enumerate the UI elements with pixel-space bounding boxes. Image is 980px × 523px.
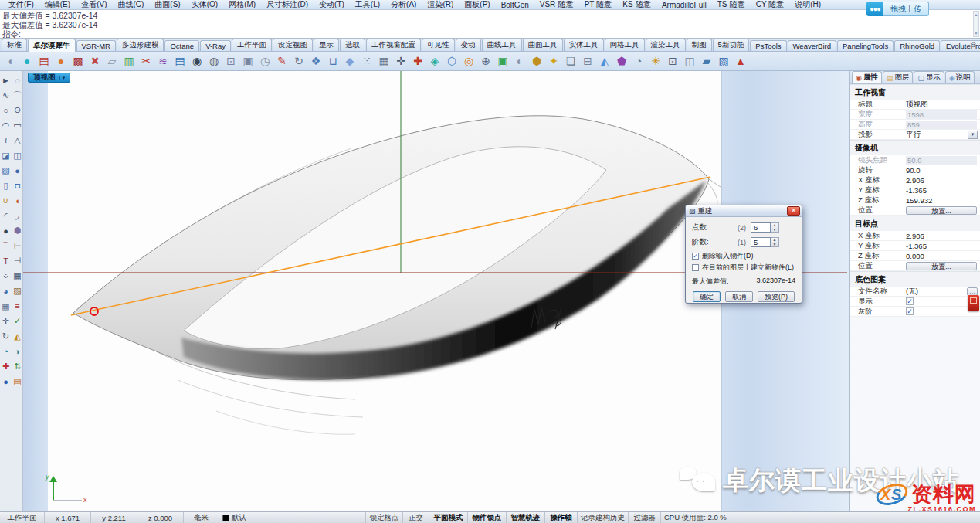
command-scrollbar[interactable]: ▲▼: [973, 11, 979, 37]
menu-vsr[interactable]: VSR-随意: [534, 0, 579, 10]
prop-camera-y-row[interactable]: Y 座标 -1.365: [850, 185, 980, 195]
status-ortho[interactable]: 正交: [403, 512, 429, 523]
point-count-input[interactable]: 6: [751, 222, 771, 233]
extrude-swirl-icon[interactable]: ◖: [2, 53, 19, 70]
minus-box-icon[interactable]: ⊟: [579, 53, 596, 70]
cancel-button[interactable]: 取消: [725, 291, 753, 302]
gumball-icon[interactable]: ❖: [307, 53, 324, 70]
viewport-title-tab[interactable]: 顶视图 ▼: [28, 73, 70, 83]
chevron-down-icon[interactable]: ▼: [968, 131, 978, 139]
ok-button[interactable]: 确定: [693, 291, 721, 302]
grayscale-checkbox[interactable]: [906, 307, 914, 315]
status-filter[interactable]: 过滤器: [629, 512, 661, 523]
rotate-icon[interactable]: ↻: [0, 329, 12, 345]
tab-pstools[interactable]: PsTools: [750, 40, 786, 51]
notebook-icon[interactable]: ▤: [171, 53, 188, 70]
rotate-view-icon[interactable]: ↻: [290, 53, 307, 70]
shade-icon[interactable]: ▨: [12, 284, 23, 299]
red-flag-icon[interactable]: ▲: [732, 53, 749, 70]
group-icon[interactable]: ▦: [12, 269, 23, 284]
camera-frame-icon[interactable]: ▣: [239, 53, 256, 70]
tab-select[interactable]: 选取: [340, 39, 365, 51]
current-layer-checkbox[interactable]: [692, 264, 699, 271]
teal-sphere-icon[interactable]: ●: [19, 53, 36, 70]
prop-file-row[interactable]: 文件名称 (无) …: [850, 287, 980, 297]
circle-plus-icon[interactable]: ⊕: [477, 53, 494, 70]
status-planar[interactable]: 平面模式: [429, 512, 468, 523]
menu-solid[interactable]: 实体(O): [186, 0, 223, 10]
menu-ts[interactable]: TS-随意: [712, 0, 751, 10]
target-orange-icon[interactable]: ◎: [460, 53, 477, 70]
scale-icon[interactable]: ◭: [12, 329, 23, 345]
menu-panels[interactable]: 面板(P): [459, 0, 495, 10]
gear-icon[interactable]: ⚙: [970, 40, 977, 49]
camera-z-field[interactable]: 159.932: [906, 196, 980, 205]
bone-tool-icon[interactable]: ✖: [86, 53, 103, 70]
align-icon[interactable]: ⇅: [12, 359, 23, 375]
dot-box-icon[interactable]: ⊡: [664, 53, 681, 70]
show-checkbox[interactable]: [906, 297, 914, 305]
red-bookmark-icon[interactable]: [968, 295, 979, 311]
close-button[interactable]: ✕: [787, 206, 800, 216]
prop-camera-z-row[interactable]: Z 座标 159.932: [850, 195, 980, 205]
select-arrow-icon[interactable]: ►: [0, 73, 12, 88]
tab-vray[interactable]: V-Ray: [200, 40, 231, 51]
camera-place-button[interactable]: 放置...: [906, 206, 977, 215]
blue-diamond-icon[interactable]: ◆: [341, 53, 358, 70]
red-pen-icon[interactable]: ✎: [273, 53, 290, 70]
menu-view[interactable]: 查看(V): [76, 0, 112, 10]
status-history[interactable]: 记录建构历史: [578, 512, 629, 523]
hex-blue-icon[interactable]: ⬡: [443, 53, 460, 70]
history-clock-icon[interactable]: ◷: [256, 53, 273, 70]
half-moon-icon[interactable]: ◐: [511, 53, 528, 70]
paint-icon[interactable]: ⬢: [12, 223, 23, 239]
rotation-field[interactable]: 90.0: [906, 166, 980, 175]
panel-tab-display[interactable]: ▢ 显示: [914, 71, 944, 83]
star-icon[interactable]: ✦: [545, 53, 562, 70]
surface-analysis-icon[interactable]: ◑: [12, 344, 23, 359]
tab-render-tools[interactable]: 渲染工具: [646, 39, 686, 51]
drop-icon[interactable]: ●: [0, 223, 12, 239]
lasso-select-icon[interactable]: ◌: [12, 73, 23, 88]
status-grid-snap[interactable]: 锁定格点: [366, 512, 403, 523]
handle-curve-icon[interactable]: ⌒: [12, 88, 23, 104]
panel-tab-layers[interactable]: ▤ 图层: [883, 71, 914, 83]
degree-input[interactable]: 5: [751, 237, 771, 247]
prop-target-y-row[interactable]: Y 座标 -1.365: [850, 241, 980, 251]
tab-zhuoermo[interactable]: 卓尔谟犀牛: [28, 39, 76, 52]
gold-hex-icon[interactable]: ⬢: [528, 53, 545, 70]
menu-mesh[interactable]: 网格(M): [223, 0, 261, 10]
menu-boltgen[interactable]: BoltGen: [496, 1, 534, 9]
boolean-union-icon[interactable]: ∪: [0, 193, 12, 209]
menu-pt[interactable]: PT-随意: [579, 0, 618, 10]
blocks-icon[interactable]: ⁘: [0, 269, 12, 284]
image-frame-icon[interactable]: ▥: [120, 53, 137, 70]
document-icon[interactable]: ❏: [562, 53, 579, 70]
red-toolbox-icon[interactable]: ▤: [36, 53, 53, 70]
menu-armadillo[interactable]: ArmadilloFull: [656, 1, 712, 9]
target-z-field[interactable]: 0.000: [906, 252, 980, 260]
panel-tab-help[interactable]: ◈ 说明: [945, 71, 975, 83]
tab-mesh-tools[interactable]: 网格工具: [605, 39, 645, 51]
prop-target-x-row[interactable]: X 座标 2.906: [850, 231, 980, 241]
menu-tools[interactable]: 工具(L): [350, 0, 385, 10]
prop-gray-row[interactable]: 灰阶: [850, 307, 980, 317]
dots-grid-icon[interactable]: ⁙: [358, 53, 375, 70]
menu-dimension[interactable]: 尺寸标注(D): [261, 0, 314, 10]
rectangle-icon[interactable]: ▭: [12, 118, 23, 134]
hatch-icon[interactable]: ▤: [12, 374, 23, 389]
fillet-icon[interactable]: ◜: [0, 209, 12, 224]
menu-edit[interactable]: 编辑(E): [39, 0, 76, 10]
move-cross-icon[interactable]: ✛: [392, 53, 409, 70]
surface-tools-icon[interactable]: ◪: [0, 148, 12, 164]
prop-rotation-row[interactable]: 旋转 90.0: [850, 165, 980, 175]
menu-surface[interactable]: 曲面(S): [149, 0, 185, 10]
cage-grid-icon[interactable]: ▦: [375, 53, 392, 70]
text-icon[interactable]: T: [0, 253, 12, 269]
status-osnap[interactable]: 物件锁点: [468, 512, 507, 523]
pan-frame-icon[interactable]: ⊡: [222, 53, 239, 70]
orange-sphere-icon[interactable]: ●: [53, 53, 70, 70]
menu-file[interactable]: 文件(F): [3, 0, 39, 10]
tab-surface-tools[interactable]: 曲面工具: [523, 39, 563, 51]
target-y-field[interactable]: -1.365: [906, 242, 980, 250]
